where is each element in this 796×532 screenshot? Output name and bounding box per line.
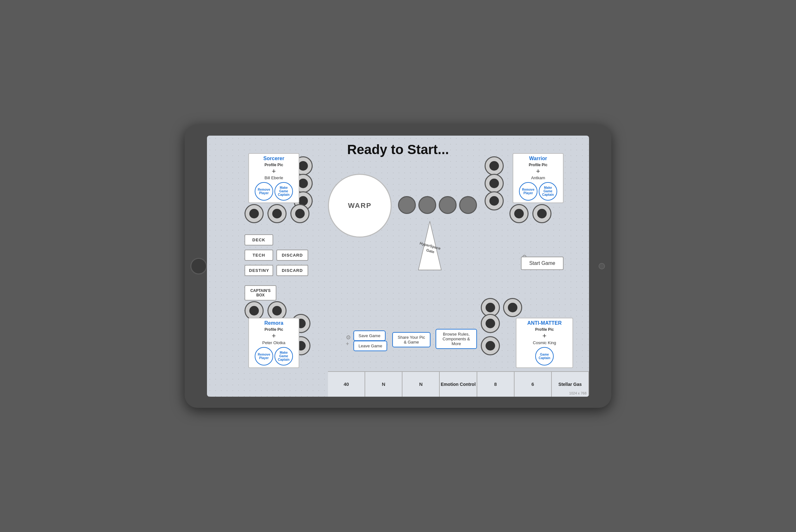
warrior-remove-btn[interactable]: Remove Player [519,182,537,201]
anti-matter-player-name: Cosmic King [519,340,570,345]
token-tr3 [485,191,504,210]
remora-name: Remora [251,320,296,326]
discard-button-1[interactable]: DISCARD [277,250,308,261]
token-bl2 [267,301,287,320]
stat-8: 8 [477,372,514,397]
gray-token-4 [459,196,477,214]
token-br2 [503,298,522,317]
warp-label: WARP [348,202,372,210]
leave-game-button[interactable]: Leave Game [354,341,387,351]
anti-matter-name: ANTI-MATTER [519,320,570,326]
warrior-captain-btn[interactable]: Make Game Captain [539,182,557,201]
warrior-name: Warrior [516,156,561,162]
sorcerer-panel: Sorcerer Profile Pic + Bill Eberle Remov… [248,153,299,203]
save-game-button[interactable]: Save Game [354,330,385,341]
token-tr1 [485,156,504,175]
remora-remove-btn[interactable]: Remove Player [255,347,273,365]
remora-panel: Remora Profile Pic + Peter Olotka Remove… [248,318,299,368]
discard-button-2[interactable]: DISCARD [277,265,308,276]
remora-plus-icon[interactable]: + [251,332,296,340]
sorcerer-captain-btn[interactable]: Make Game Captain [274,182,293,201]
stat-6: 6 [514,372,552,397]
browse-rules-button[interactable]: Browse Rules, Components & More [436,329,477,349]
token-tr5 [509,204,529,223]
game-screen: Ready to Start... Sorcerer Profile Pic +… [207,136,589,397]
gear-icon-3[interactable]: + [346,341,349,347]
stat-n2: N [402,372,440,397]
anti-matter-captain-btn[interactable]: Game Captain [535,347,554,365]
remora-player-name: Peter Olotka [251,340,296,345]
gray-token-3 [439,196,457,214]
warrior-player-name: Antkam [516,175,561,180]
hyperspace-gate: HyperSpace Gate [411,218,449,276]
destiny-button[interactable]: DESTINY [245,265,273,276]
token-br3 [481,314,500,333]
gray-token-2 [418,196,436,214]
stats-row: 40 N N Emotion Control 8 6 Stellar Gas [328,371,589,397]
anti-matter-panel: ANTI-MATTER Profile Pic + Cosmic King Ga… [516,318,573,368]
token-tr2 [485,174,504,193]
deck-button[interactable]: DECK [245,234,273,245]
remora-profile-label: Profile Pic [251,327,296,332]
stat-emotion-control: Emotion Control [440,372,477,397]
sorcerer-profile-label: Profile Pic [251,163,296,167]
gray-tokens-group [398,196,477,214]
warrior-plus-icon[interactable]: + [516,167,561,175]
captains-box: CAPTAIN'S BOX [245,285,277,301]
remora-captain-btn[interactable]: Make Game Captain [274,347,293,365]
token-tr4 [532,204,551,223]
sorcerer-name: Sorcerer [251,156,296,162]
anti-matter-profile-label: Profile Pic [519,327,570,332]
gray-token-1 [398,196,416,214]
tablet-device: Ready to Start... Sorcerer Profile Pic +… [185,125,611,408]
sorcerer-player-name: Bill Eberle [251,175,296,180]
sorcerer-plus-icon[interactable]: + [251,167,296,175]
warrior-panel: Warrior Profile Pic + Antkam Remove Play… [513,153,564,203]
token-tl5 [267,204,287,223]
gear-icon-2[interactable]: ⚙ [346,334,351,341]
sorcerer-remove-btn[interactable]: Remove Player [255,182,273,201]
home-button[interactable] [190,258,207,274]
start-game-button[interactable]: Start Game [521,256,564,270]
stat-40: 40 [328,372,365,397]
resolution-label: 1024 x 768 [569,391,587,395]
stat-n1: N [365,372,402,397]
share-pic-game-button[interactable]: Share Your Pic & Game [392,332,431,347]
token-tl4 [245,204,264,223]
side-button[interactable] [599,263,605,269]
tech-button[interactable]: TECH [245,250,273,261]
anti-matter-plus-icon[interactable]: + [519,332,570,340]
page-title: Ready to Start... [347,142,449,157]
token-br4 [481,336,500,355]
warrior-profile-label: Profile Pic [516,163,561,167]
warp-circle: WARP [328,174,392,238]
token-bl1 [245,301,264,320]
token-tl6 [290,204,309,223]
